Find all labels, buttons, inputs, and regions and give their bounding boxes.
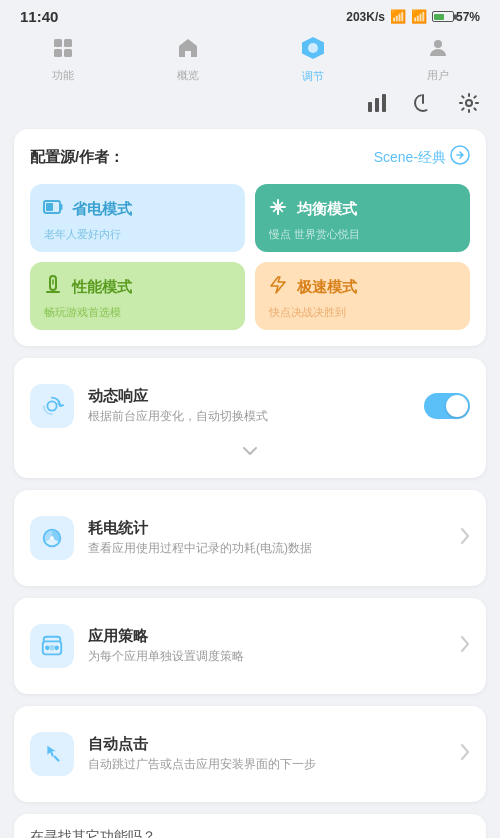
app-strategy-row: 应用策略 为每个应用单独设置调度策略	[30, 614, 470, 678]
balance-mode-name: 均衡模式	[297, 200, 357, 219]
nav-icon-feature	[51, 36, 75, 66]
battery-fill	[434, 14, 444, 20]
auto-click-text: 自动点击 自动跳过广告或点击应用安装界面的下一步	[88, 735, 446, 773]
battery-percent: 57%	[456, 10, 480, 24]
power-stats-chevron	[460, 527, 470, 549]
mode-card-balance[interactable]: 均衡模式 慢点 世界赏心悦目	[255, 184, 470, 252]
nav-item-tune[interactable]: 调节	[250, 35, 375, 84]
nav-label-feature: 功能	[52, 68, 74, 83]
balance-mode-icon	[267, 196, 289, 223]
config-link[interactable]: Scene-经典	[374, 145, 470, 170]
mode-card-top-speed: 极速模式	[267, 274, 458, 301]
svg-rect-0	[54, 39, 62, 47]
battery-indicator: 57%	[432, 10, 480, 24]
main-content: 配置源/作者： Scene-经典	[0, 129, 500, 838]
performance-mode-name: 性能模式	[72, 278, 132, 297]
nav-bar: 功能 概览 调节 用户	[0, 29, 500, 92]
config-link-text: Scene-经典	[374, 149, 446, 167]
mode-card-performance[interactable]: 性能模式 畅玩游戏首选模	[30, 262, 245, 330]
config-header: 配置源/作者： Scene-经典	[30, 145, 470, 170]
svg-rect-9	[382, 94, 386, 112]
svg-rect-8	[375, 98, 379, 112]
mode-card-top-performance: 性能模式	[42, 274, 233, 301]
expand-chevron[interactable]	[30, 438, 470, 462]
nav-label-overview: 概览	[177, 68, 199, 83]
svg-point-12	[466, 100, 472, 106]
signal-icon: 📶	[390, 9, 406, 24]
bottom-links-title: 在寻找其它功能吗？	[30, 828, 470, 838]
dynamic-toggle[interactable]	[424, 393, 470, 419]
dynamic-response-card: 动态响应 根据前台应用变化，自动切换模式	[14, 358, 486, 478]
battery-mode-desc: 老年人爱好内行	[42, 227, 233, 242]
power-stats-icon-wrap	[30, 516, 74, 560]
status-bar: 11:40 203K/s 📶 📶 57%	[0, 0, 500, 29]
bottom-links-card: 在寻找其它功能吗？ 温控配置 进程管理 应用偏见	[14, 814, 486, 838]
status-time: 11:40	[20, 8, 58, 25]
config-link-icon	[450, 145, 470, 170]
speed-mode-desc: 快点决战决胜到	[267, 305, 458, 320]
svg-point-5	[308, 43, 318, 53]
status-right: 203K/s 📶 📶 57%	[346, 9, 480, 24]
svg-rect-1	[64, 39, 72, 47]
svg-line-22	[274, 203, 277, 206]
battery-mode-icon	[42, 196, 64, 223]
battery-icon	[432, 11, 454, 22]
wifi-icon: 📶	[411, 9, 427, 24]
toggle-knob	[446, 395, 468, 417]
svg-line-23	[280, 209, 283, 212]
svg-point-34	[54, 646, 59, 651]
mode-card-speed[interactable]: 极速模式 快点决战决胜到	[255, 262, 470, 330]
chart-icon[interactable]	[366, 92, 388, 119]
mode-card-battery[interactable]: 省电模式 老年人爱好内行	[30, 184, 245, 252]
auto-click-card: 自动点击 自动跳过广告或点击应用安装界面的下一步	[14, 706, 486, 802]
svg-rect-35	[50, 645, 54, 651]
speed-mode-icon	[267, 274, 289, 301]
performance-mode-icon	[42, 274, 64, 301]
dynamic-icon-wrap	[30, 384, 74, 428]
nav-item-feature[interactable]: 功能	[0, 36, 125, 83]
auto-click-row: 自动点击 自动跳过广告或点击应用安装界面的下一步	[30, 722, 470, 786]
svg-rect-2	[54, 49, 62, 57]
power-stats-desc: 查看应用使用过程中记录的功耗(电流)数据	[88, 540, 446, 557]
config-card: 配置源/作者： Scene-经典	[14, 129, 486, 346]
dynamic-desc: 根据前台应用变化，自动切换模式	[88, 408, 410, 425]
app-strategy-icon-wrap	[30, 624, 74, 668]
nav-label-user: 用户	[427, 68, 449, 83]
dynamic-title: 动态响应	[88, 387, 410, 406]
svg-point-31	[50, 536, 54, 540]
power-icon[interactable]	[412, 92, 434, 119]
svg-line-25	[274, 209, 277, 212]
balance-mode-desc: 慢点 世界赏心悦目	[267, 227, 458, 242]
app-strategy-card: 应用策略 为每个应用单独设置调度策略	[14, 598, 486, 694]
svg-point-33	[45, 646, 50, 651]
auto-click-title: 自动点击	[88, 735, 446, 754]
power-stats-title: 耗电统计	[88, 519, 446, 538]
svg-line-24	[280, 203, 283, 206]
power-stats-row: 耗电统计 查看应用使用过程中记录的功耗(电流)数据	[30, 506, 470, 570]
nav-icon-overview	[176, 36, 200, 66]
app-strategy-text: 应用策略 为每个应用单独设置调度策略	[88, 627, 446, 665]
auto-click-icon-wrap	[30, 732, 74, 776]
mode-card-top-balance: 均衡模式	[267, 196, 458, 223]
svg-point-6	[434, 40, 442, 48]
config-title: 配置源/作者：	[30, 148, 124, 167]
speed-mode-name: 极速模式	[297, 278, 357, 297]
nav-icon-tune	[300, 35, 326, 67]
settings-icon[interactable]	[458, 92, 480, 119]
mode-card-top-battery: 省电模式	[42, 196, 233, 223]
auto-click-chevron	[460, 743, 470, 765]
svg-rect-16	[46, 203, 53, 211]
power-stats-card: 耗电统计 查看应用使用过程中记录的功耗(电流)数据	[14, 490, 486, 586]
nav-item-user[interactable]: 用户	[375, 36, 500, 83]
app-strategy-chevron	[460, 635, 470, 657]
svg-rect-7	[368, 102, 372, 112]
app-strategy-title: 应用策略	[88, 627, 446, 646]
app-strategy-desc: 为每个应用单独设置调度策略	[88, 648, 446, 665]
dynamic-feature-row: 动态响应 根据前台应用变化，自动切换模式	[30, 374, 470, 438]
battery-mode-name: 省电模式	[72, 200, 132, 219]
nav-label-tune: 调节	[302, 69, 324, 84]
nav-item-overview[interactable]: 概览	[125, 36, 250, 83]
dynamic-text: 动态响应 根据前台应用变化，自动切换模式	[88, 387, 410, 425]
nav-icon-user	[426, 36, 450, 66]
network-speed: 203K/s	[346, 10, 385, 24]
